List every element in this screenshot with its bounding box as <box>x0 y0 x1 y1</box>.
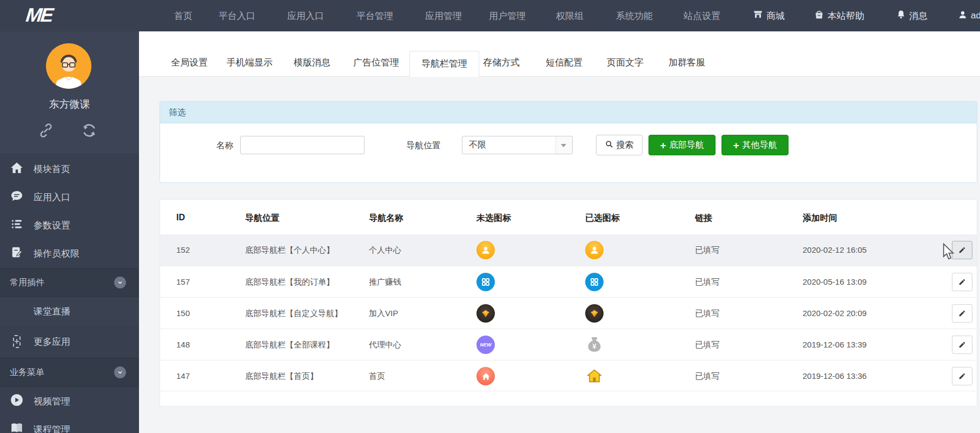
vip-diamond-icon <box>585 304 604 323</box>
add-bottom-nav-label: 底部导航 <box>670 140 704 151</box>
document-edit-icon <box>9 246 25 261</box>
sidebar-section-label: 常用插件 <box>10 277 44 288</box>
moneybag-gray-icon: ¥ <box>585 336 604 354</box>
sidebar-item-more-apps[interactable]: + 更多应用 <box>0 326 139 357</box>
search-button[interactable]: 搜索 <box>596 135 643 155</box>
add-other-nav-button[interactable]: + 其他导航 <box>721 135 789 155</box>
nav-item[interactable]: 站点设置 <box>684 10 720 22</box>
table-row: 157 底部导航栏【我的订单】 推广赚钱 已填写 2020-05-16 13:0… <box>160 266 977 297</box>
top-navbar: ME 首页 平台入口 应用入口 平台管理 应用管理 用户管理 权限组 系统功能 … <box>0 0 980 31</box>
table-row: 148 底部导航栏【全部课程】 代理中心 NEW ¥ 已填写 2019-12-0… <box>160 329 977 360</box>
chevron-down-icon <box>555 136 572 154</box>
house-red-icon <box>476 367 495 385</box>
plus-icon: + <box>733 140 739 150</box>
sidebar-item-label: 操作员权限 <box>34 247 80 260</box>
tab-item-active[interactable]: 导航栏管理 <box>409 51 479 77</box>
refresh-icon[interactable] <box>81 122 97 141</box>
sidebar-menu: 模块首页 应用入口 参数设置 操作员权限 常用插件 课堂直播 <box>0 153 139 433</box>
nav-table-panel: ID 导航位置 导航名称 未选图标 已选图标 链接 添加时间 152 底部导航栏… <box>160 199 977 406</box>
tab-item[interactable]: 加群客服 <box>668 56 705 69</box>
nav-item[interactable]: 应用管理 <box>425 10 462 22</box>
nav-item[interactable]: 平台管理 <box>356 10 393 22</box>
name-input[interactable] <box>240 136 365 154</box>
sidebar-item-course[interactable]: 课程管理 <box>0 415 139 433</box>
tab-item[interactable]: 页面文字 <box>607 56 644 69</box>
house-gold-icon <box>585 367 604 385</box>
nav-item[interactable]: 平台入口 <box>218 10 255 22</box>
sidebar-section-plugins[interactable]: 常用插件 <box>0 268 139 297</box>
sidebar-item-label: 课堂直播 <box>34 305 70 318</box>
tab-item[interactable]: 全局设置 <box>171 56 208 69</box>
nav-messages[interactable]: 消息 <box>896 0 928 31</box>
sidebar-item-label: 视频管理 <box>34 395 70 408</box>
store-icon <box>753 9 763 22</box>
person-orange-icon <box>585 241 604 259</box>
nav-shop[interactable]: 商城 <box>753 0 785 31</box>
sidebar-item-video[interactable]: 视频管理 <box>0 387 139 415</box>
add-bottom-nav-button[interactable]: + 底部导航 <box>648 135 716 155</box>
nav-help-label: 本站帮助 <box>827 10 864 22</box>
table-row: 152 底部导航栏【个人中心】 个人中心 已填写 2020-02-12 16:0… <box>160 234 977 266</box>
search-button-label: 搜索 <box>617 140 634 151</box>
new-badge-icon: NEW <box>476 336 495 354</box>
sidebar-section-business[interactable]: 业务菜单 <box>0 358 139 387</box>
nav-position-label: 导航位置 <box>406 140 441 152</box>
sidebar-item-live-class[interactable]: 课堂直播 <box>0 297 139 325</box>
chevron-down-icon <box>114 366 126 378</box>
col-header-unselected-icon: 未选图标 <box>476 213 511 224</box>
tab-item[interactable]: 广告位管理 <box>353 56 399 69</box>
nav-position-select[interactable]: 不限 <box>462 136 573 154</box>
col-header-position: 导航位置 <box>245 213 280 224</box>
nav-item[interactable]: 应用入口 <box>287 10 324 22</box>
tab-item[interactable]: 手机端显示 <box>227 56 273 69</box>
plus-icon: + <box>660 140 666 150</box>
person-orange-icon <box>476 241 495 259</box>
filter-panel-header: 筛选 <box>160 102 977 123</box>
sidebar-item-module-home[interactable]: 模块首页 <box>0 155 139 183</box>
col-header-time: 添加时间 <box>803 213 837 224</box>
nav-user[interactable]: ad <box>958 0 980 31</box>
sidebar-item-label: 课程管理 <box>34 423 70 433</box>
nav-item[interactable]: 用户管理 <box>489 10 526 22</box>
sidebar-item-label: 模块首页 <box>34 163 70 175</box>
table-row: 150 底部导航栏【自定义导航】 加入VIP 已填写 2020-02-02 20… <box>160 297 977 329</box>
tab-item[interactable]: 存储方式 <box>483 56 520 69</box>
chevron-down-icon <box>114 277 126 288</box>
edit-button[interactable] <box>952 304 972 323</box>
sidebar-item-operator-perms[interactable]: 操作员权限 <box>0 239 139 267</box>
screen: ME 首页 平台入口 应用入口 平台管理 应用管理 用户管理 权限组 系统功能 … <box>0 0 980 433</box>
edit-button[interactable] <box>952 367 972 385</box>
nav-item[interactable]: 系统功能 <box>616 10 653 22</box>
nav-item[interactable]: 首页 <box>174 10 193 22</box>
filter-panel: 筛选 名称 导航位置 不限 搜索 + 底部导航 + 其他导航 <box>160 101 977 183</box>
sidebar-item-app-entry[interactable]: 应用入口 <box>0 183 139 211</box>
col-header-name: 导航名称 <box>369 213 403 224</box>
search-icon <box>605 140 613 150</box>
book-icon <box>9 421 25 433</box>
tab-item[interactable]: 模版消息 <box>294 56 330 69</box>
nav-user-label: ad <box>971 10 980 21</box>
grid-blue-icon <box>585 273 604 291</box>
logo[interactable]: ME <box>25 4 53 27</box>
bag-icon <box>814 9 824 23</box>
edit-button[interactable] <box>952 241 972 259</box>
sidebar-item-params[interactable]: 参数设置 <box>0 211 139 239</box>
edit-button[interactable] <box>952 336 972 354</box>
link-icon[interactable] <box>38 122 54 141</box>
home-icon <box>9 161 25 177</box>
nav-item[interactable]: 权限组 <box>556 10 584 22</box>
sidebar-tools <box>0 122 139 142</box>
edit-button[interactable] <box>952 273 972 291</box>
col-header-link: 链接 <box>695 213 712 224</box>
chat-bubble-icon <box>9 189 25 205</box>
nav-messages-label: 消息 <box>909 10 928 22</box>
avatar <box>46 43 91 89</box>
tab-item[interactable]: 短信配置 <box>546 56 582 69</box>
nav-help[interactable]: 本站帮助 <box>814 0 864 31</box>
grid-blue-icon <box>476 273 495 291</box>
sidebar: 东方微课 模块首页 应用入口 参数设置 操 <box>0 31 139 433</box>
name-label: 名称 <box>216 140 234 152</box>
table-row: 147 底部导航栏【首页】 首页 已填写 2019-12-06 13:36 <box>160 360 977 391</box>
user-icon <box>958 10 968 22</box>
col-header-id: ID <box>176 213 185 222</box>
